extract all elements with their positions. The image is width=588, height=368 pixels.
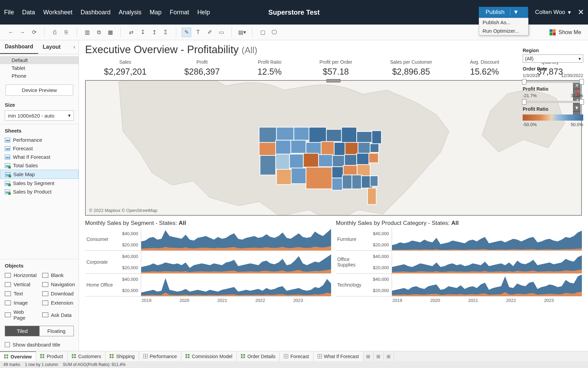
sheet-forecast[interactable]: Forecast [0,144,79,153]
share-button[interactable]: 🖵 [270,28,279,37]
worksheet-icon [5,163,10,168]
duplicate-button[interactable]: ⧉ [94,28,103,37]
object-horizontal[interactable]: Horizontal [2,271,39,280]
clear-button[interactable]: ▦ [105,28,115,37]
menu-help[interactable]: Help [197,9,210,16]
region-filter-dropdown[interactable]: (All)▾ [523,55,583,63]
redo-button[interactable]: → [18,28,27,37]
sheet-tab-order-details[interactable]: Order Details [237,351,280,361]
sidebar-tab-dashboard[interactable]: Dashboard [0,40,38,54]
sheet-what-if-forecast[interactable]: What If Forecast [0,153,79,161]
sheet-tab-product[interactable]: Product [36,351,67,361]
sheet-tab-customers[interactable]: Customers [68,351,106,361]
kpi-avg-discount[interactable]: Avg. Discount15.62% [470,59,499,77]
close-icon[interactable]: ✕ [578,8,584,17]
status-bar: 49 marks1 row by 1 columnSUM of AGG(Prof… [0,361,588,368]
svg-rect-22 [318,155,332,167]
swap-button[interactable]: ⇄ [126,28,136,37]
tiled-option[interactable]: Tiled [5,326,39,336]
svg-rect-28 [291,168,306,184]
new-datasource-button[interactable]: ⎙ [50,28,60,37]
kpi-sales-per-customer[interactable]: Sales per Customer$2,896.85 [390,59,432,77]
menu-data[interactable]: Data [22,9,35,16]
segment-chart-title: Monthly Sales by Segment - States: All [85,220,331,227]
kpi-sales[interactable]: Sales$2,297,201 [104,59,146,77]
object-extension[interactable]: Extension [39,298,78,307]
svg-rect-5 [326,129,342,142]
presentation-button[interactable]: ▢ [258,28,267,37]
device-preview-button[interactable]: Device Preview [5,85,73,96]
fit-button[interactable]: ▭ [216,28,226,37]
sheet-tab-commission-model[interactable]: Commission Model [181,351,237,361]
menu-file[interactable]: File [4,9,14,16]
device-tablet[interactable]: Tablet [0,64,79,72]
new-worksheet-icon[interactable]: ⊞ [363,351,374,361]
profit-ratio-slider[interactable] [523,101,583,103]
publish-option[interactable]: Publish As... [479,18,528,27]
sort-desc-button[interactable]: ↥ [149,28,159,37]
sheet-tab-shipping[interactable]: Shipping [105,351,139,361]
svg-rect-3 [294,127,309,140]
new-dashboard-icon[interactable]: ⊞ [374,351,384,361]
object-download[interactable]: Download [39,289,78,298]
show-dashboard-title-checkbox[interactable]: Show dashboard title [0,340,79,351]
pause-updates-button[interactable]: ⎘ [62,28,71,37]
menu-analysis[interactable]: Analysis [119,9,142,16]
sidebar-collapse-icon[interactable]: ‹ [70,44,79,50]
sheet-total-sales[interactable]: Total Sales [0,161,79,170]
new-worksheet-button[interactable]: ▥ [82,28,92,37]
drag-handle-icon[interactable] [326,79,341,82]
user-menu[interactable]: Colten Woo▾ [535,9,571,16]
size-dropdown[interactable]: min 1000x620 - auto▾ [5,110,74,121]
object-navigation[interactable]: Navigation [39,280,78,289]
object-ask-data[interactable]: Ask Data [39,307,78,322]
kpi-profit[interactable]: Profit$286,397 [184,59,220,77]
map-view[interactable]: ✕ 📌 ↗ ▼ ▾ [85,80,582,216]
publish-label: Publish [486,9,505,16]
menu-worksheet[interactable]: Worksheet [43,9,72,16]
show-me-button[interactable]: Show Me [550,29,585,35]
sheet-performance[interactable]: Performance [0,136,79,144]
sheet-sale-map[interactable]: Sale Map [0,170,79,179]
publish-button[interactable]: Publish ▼ Publish As...Run Optimizer... [479,7,528,18]
device-default[interactable]: Default [0,56,79,64]
sheet-sales-by-product[interactable]: Sales by Product [0,187,79,196]
sort-asc-button[interactable]: ↧ [138,28,147,37]
sidebar-tab-layout[interactable]: Layout [38,41,65,53]
device-phone[interactable]: Phone [0,72,79,80]
object-text[interactable]: Text [2,289,39,298]
segment-chart[interactable]: Monthly Sales by Segment - States: All C… [85,220,331,348]
highlight-button[interactable]: ✎ [182,28,191,37]
svg-rect-11 [291,140,306,153]
svg-rect-1 [259,127,277,142]
totals-button[interactable]: Σ [161,28,170,37]
sheet-tab-overview[interactable]: Overview [0,351,36,361]
menu-map[interactable]: Map [150,9,162,16]
format-button[interactable]: ✐ [205,28,214,37]
order-date-slider[interactable] [523,81,583,83]
undo-button[interactable]: ← [6,28,16,37]
sheet-tab-performance[interactable]: Performance [139,351,181,361]
kpi-profit-ratio[interactable]: Profit Ratio12.5% [258,59,282,77]
object-image[interactable]: Image [2,298,39,307]
object-vertical[interactable]: Vertical [2,280,39,289]
sheet-tab-forecast[interactable]: Forecast [280,351,313,361]
object-blank[interactable]: Blank [39,271,78,280]
kpi-profit-per-order[interactable]: Profit per Order$57.18 [320,59,352,77]
publish-option[interactable]: Run Optimizer... [479,27,528,35]
product-chart[interactable]: Monthly Sales by Product Category - Stat… [336,220,582,348]
new-story-icon[interactable]: ⊞ [384,351,394,361]
revert-button[interactable]: ⟳ [29,28,39,37]
fit-dropdown[interactable]: ▤▾ [237,28,247,37]
svg-rect-2 [277,127,294,140]
text-button[interactable]: T [193,28,203,37]
floating-option[interactable]: Floating [39,326,74,336]
worksheet-icon [5,155,10,159]
menu-format[interactable]: Format [170,9,189,16]
layout-toggle[interactable]: Tiled Floating [5,326,74,336]
object-web-page[interactable]: Web Page [2,307,39,322]
sheet-sales-by-segment[interactable]: Sales by Segment [0,179,79,187]
menu-dashboard[interactable]: Dashboard [81,9,111,16]
publish-caret-icon[interactable]: ▼ [510,9,522,16]
sheet-tab-what-if-forecast[interactable]: What If Forecast [313,351,363,361]
